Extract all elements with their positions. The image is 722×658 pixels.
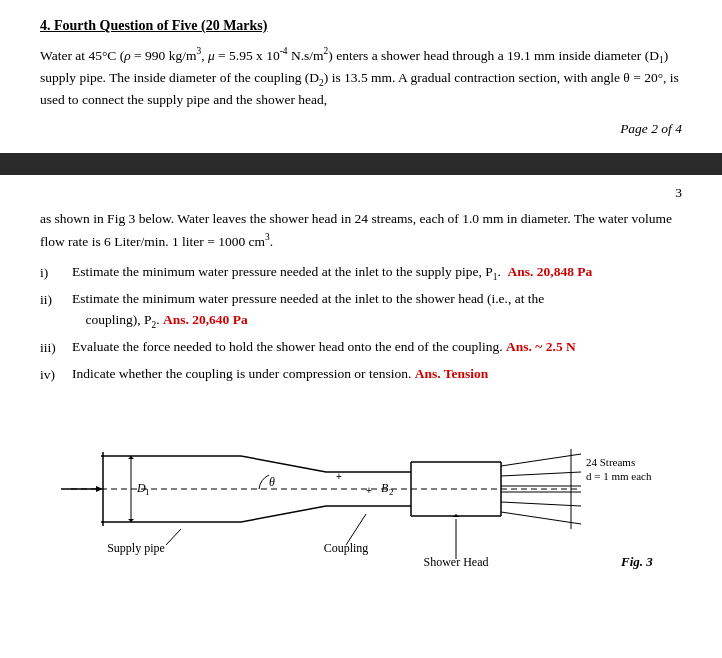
page-top: 4. Fourth Question of Five (20 Marks) Wa… [0, 0, 722, 153]
answer-ii: Ans. 20,640 Pa [163, 312, 248, 327]
svg-text:θ: θ [269, 475, 275, 489]
svg-line-15 [501, 502, 581, 506]
page-number: Page 2 of 4 [40, 121, 682, 137]
page-bottom: 3 as shown in Fig 3 below. Water leaves … [0, 175, 722, 594]
list-item: iii) Evaluate the force needed to hold t… [40, 337, 682, 360]
svg-text:24 Streams: 24 Streams [586, 456, 635, 468]
svg-line-4 [241, 506, 326, 522]
question-title: 4. Fourth Question of Five (20 Marks) [40, 18, 682, 34]
answer-i: Ans. 20,848 Pa [508, 264, 593, 279]
item-label-iii: iii) [40, 337, 72, 360]
list-item: i) Estimate the minimum water pressure n… [40, 262, 682, 285]
svg-line-11 [501, 454, 581, 466]
svg-line-3 [241, 456, 326, 472]
svg-text:Fig. 3: Fig. 3 [620, 554, 653, 569]
list-item: iv) Indicate whether the coupling is und… [40, 364, 682, 387]
bottom-page-num: 3 [40, 185, 682, 201]
svg-text:Supply pipe: Supply pipe [107, 541, 165, 555]
svg-text:+: + [366, 485, 372, 496]
item-label-i: i) [40, 262, 72, 285]
figure-diagram: D 1 θ + + B 2 Supply pipe Coupling Showe… [41, 404, 681, 574]
figure-container: D 1 θ + + B 2 Supply pipe Coupling Showe… [40, 404, 682, 574]
svg-text:1: 1 [145, 487, 150, 497]
svg-text:Coupling: Coupling [324, 541, 369, 555]
item-text-ii: Estimate the minimum water pressure need… [72, 289, 682, 332]
svg-line-37 [166, 529, 181, 545]
continuation-text: as shown in Fig 3 below. Water leaves th… [40, 209, 682, 252]
answer-iii: Ans. ~ 2.5 N [506, 339, 576, 354]
answer-list: i) Estimate the minimum water pressure n… [40, 262, 682, 386]
svg-text:+: + [336, 471, 342, 482]
svg-marker-19 [96, 486, 103, 492]
item-label-ii: ii) [40, 289, 72, 312]
svg-text:2: 2 [389, 487, 394, 497]
svg-text:B: B [381, 481, 389, 495]
list-item: ii) Estimate the minimum water pressure … [40, 289, 682, 332]
item-label-iv: iv) [40, 364, 72, 387]
svg-text:d = 1 mm each: d = 1 mm each [586, 470, 652, 482]
svg-line-12 [501, 472, 581, 476]
answer-iv: Ans. Tension [415, 366, 489, 381]
dark-bar [0, 153, 722, 175]
item-text-iv: Indicate whether the coupling is under c… [72, 364, 682, 385]
item-text-iii: Evaluate the force needed to hold the sh… [72, 337, 682, 358]
svg-line-16 [501, 512, 581, 524]
fig-wrapper: D 1 θ + + B 2 Supply pipe Coupling Showe… [41, 404, 681, 574]
item-text-i: Estimate the minimum water pressure need… [72, 262, 682, 284]
question-text: Water at 45°C (ρ = 990 kg/m3, μ = 5.95 x… [40, 44, 682, 111]
